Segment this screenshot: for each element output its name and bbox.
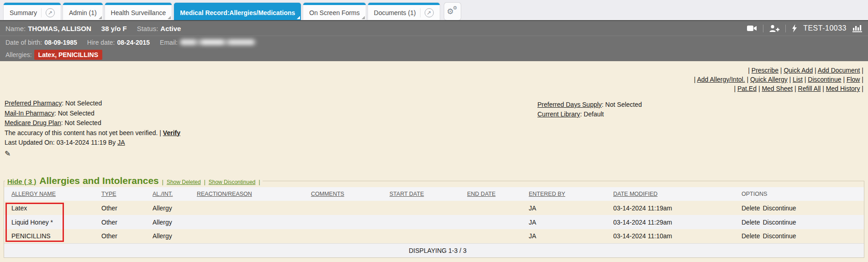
cell-start-date — [389, 229, 467, 243]
accuracy-text: The accuracy of this content has not yet… — [5, 129, 161, 136]
current-library-link[interactable]: Current Library — [537, 110, 580, 118]
name-label: Name: — [5, 25, 26, 32]
refill-all-link[interactable]: Refill All — [798, 85, 821, 92]
lightning-icon[interactable] — [792, 24, 797, 32]
med-history-link[interactable]: Med History — [826, 85, 860, 92]
discontinue-link[interactable]: Discontinue — [808, 76, 841, 83]
settings-button[interactable]: ⚙ ⚙ — [444, 3, 461, 20]
separator: | — [694, 76, 696, 83]
cell-options: DeleteDiscontinue — [742, 215, 864, 229]
cell-end-date — [467, 229, 529, 243]
col-date-modified[interactable]: DATE MODIFIED — [613, 187, 742, 201]
tab-summary[interactable]: Summary ↗ — [4, 3, 61, 20]
cell-allergy-name: PENICILLINS — [4, 229, 101, 243]
col-options: OPTIONS — [742, 187, 864, 201]
col-comments[interactable]: COMMENTS — [311, 187, 389, 201]
add-allergy-intol-link[interactable]: Add Allergy/Intol. — [697, 76, 745, 83]
video-camera-icon[interactable] — [747, 25, 757, 32]
col-type[interactable]: TYPE — [101, 187, 153, 201]
quick-add-link[interactable]: Quick Add — [784, 67, 813, 74]
cell-comments — [311, 229, 389, 243]
action-links-row2: | Add Allergy/Intol. | Quick Allergy | L… — [694, 75, 863, 84]
patient-name: THOMAS, ALLISON — [28, 25, 91, 32]
status-label: Status: — [137, 25, 158, 32]
patient-banner-row3: Allergies: Latex, PENICILLINS — [0, 48, 868, 61]
tab-on-screen-forms[interactable]: On Screen Forms — [303, 3, 365, 20]
medicare-drug-plan-link[interactable]: Medicare Drug Plan — [5, 119, 61, 126]
table-row: PENICILLINS Other Allergy JA 03-14-2024 … — [4, 229, 864, 243]
tab-documents[interactable]: Documents (1) ↗ — [368, 3, 440, 20]
gear-icon-small: ⚙ — [453, 5, 458, 10]
quick-allergy-link[interactable]: Quick Allergy — [750, 76, 788, 83]
separator: | — [862, 85, 863, 92]
patient-banner-row1: Name: THOMAS, ALLISON 38 y/o F Status: A… — [0, 21, 868, 36]
mail-in-pharmacy-link[interactable]: Mail-In Pharmacy — [5, 110, 54, 117]
cell-comments — [311, 215, 389, 229]
add-document-link[interactable]: Add Document — [818, 67, 860, 74]
discontinue-link[interactable]: Discontinue — [763, 204, 796, 212]
table-header-row: ALLERGY NAME TYPE AL./INT. REACTION/REAS… — [4, 187, 864, 201]
col-end-date[interactable]: END DATE — [467, 187, 529, 201]
separator: | — [805, 76, 806, 83]
show-deleted-link[interactable]: Show Deleted — [167, 179, 201, 185]
allergies-table: ALLERGY NAME TYPE AL./INT. REACTION/REAS… — [4, 187, 864, 257]
detach-arrow-icon: ↗ — [46, 8, 55, 17]
last-updated-by-link[interactable]: JA — [117, 139, 125, 146]
cell-reaction — [197, 215, 311, 229]
paging-status: DISPLAYING 1-3 / 3 — [4, 243, 864, 257]
accuracy-row: The accuracy of this content has not yet… — [5, 128, 180, 138]
edit-pencil-icon[interactable]: ✎ — [5, 149, 11, 159]
separator: | — [780, 67, 782, 74]
separator: | — [162, 179, 163, 185]
prescribe-link[interactable]: Prescribe — [752, 67, 779, 74]
med-sheet-link[interactable]: Med Sheet — [762, 85, 793, 92]
preferred-pharmacy-value: : Not Selected — [62, 100, 102, 107]
show-discontinued-link[interactable]: Show Discontinued — [209, 179, 256, 185]
col-start-date[interactable]: START DATE — [389, 187, 467, 201]
bar-chart-icon[interactable] — [852, 24, 863, 32]
cell-allergy-name: Latex — [4, 201, 101, 215]
discontinue-link[interactable]: Discontinue — [763, 232, 796, 240]
tab-medical-record[interactable]: Medical Record:Allergies/Medications — [174, 3, 301, 20]
detach-arrow-icon: ↗ — [425, 8, 434, 17]
table-footer-row: DISPLAYING 1-3 / 3 — [4, 243, 864, 257]
preferred-days-supply-value: : Not Selected — [602, 101, 642, 108]
allergies-section-header: Hide ( 3 ) Allergies and Intolerances | … — [5, 175, 263, 186]
delete-link[interactable]: Delete — [742, 204, 760, 212]
email-label: Email: — [160, 39, 178, 46]
cell-reaction — [197, 201, 311, 215]
table-row: Latex Other Allergy JA 03-14-2024 11:19a… — [4, 201, 864, 215]
discontinue-link[interactable]: Discontinue — [763, 219, 796, 226]
detach-tab-button[interactable]: ↗ — [41, 8, 55, 17]
flow-link[interactable]: Flow — [847, 76, 860, 83]
cell-entered-by: JA — [529, 215, 613, 229]
detach-tab-button[interactable]: ↗ — [420, 8, 434, 17]
separator: | — [204, 179, 205, 185]
separator: | — [843, 76, 845, 83]
tab-admin[interactable]: Admin (1) — [63, 3, 103, 20]
hide-section-link[interactable]: Hide ( 3 ) — [7, 178, 36, 185]
tab-fold-icon — [168, 16, 171, 19]
col-allergy-name[interactable]: ALLERGY NAME — [4, 187, 101, 201]
cell-al-int: Allergy — [153, 229, 197, 243]
cell-start-date — [389, 215, 467, 229]
delete-link[interactable]: Delete — [742, 219, 760, 226]
separator: | — [789, 76, 791, 83]
tab-health-surveillance[interactable]: Health Surveillance — [105, 3, 172, 20]
allergies-badge[interactable]: Latex, PENICILLINS — [34, 50, 102, 60]
separator: | — [747, 76, 748, 83]
col-al-int[interactable]: AL./INT. — [153, 187, 197, 201]
cell-type: Other — [101, 201, 153, 215]
pat-ed-link[interactable]: Pat.Ed — [737, 85, 757, 92]
list-link[interactable]: List — [793, 76, 803, 83]
preferred-pharmacy-link[interactable]: Preferred Pharmacy — [5, 100, 62, 107]
add-person-icon[interactable] — [769, 25, 779, 32]
tab-fold-icon — [297, 16, 300, 19]
delete-link[interactable]: Delete — [742, 232, 760, 240]
col-reaction-reason[interactable]: REACTION/REASON — [197, 187, 311, 201]
patient-banner: Name: THOMAS, ALLISON 38 y/o F Status: A… — [0, 20, 868, 61]
col-entered-by[interactable]: ENTERED BY — [529, 187, 613, 201]
verify-link[interactable]: Verify — [163, 129, 180, 136]
supply-info-block: Preferred Days Supply: Not Selected Curr… — [537, 100, 642, 119]
preferred-days-supply-link[interactable]: Preferred Days Supply — [537, 101, 602, 108]
